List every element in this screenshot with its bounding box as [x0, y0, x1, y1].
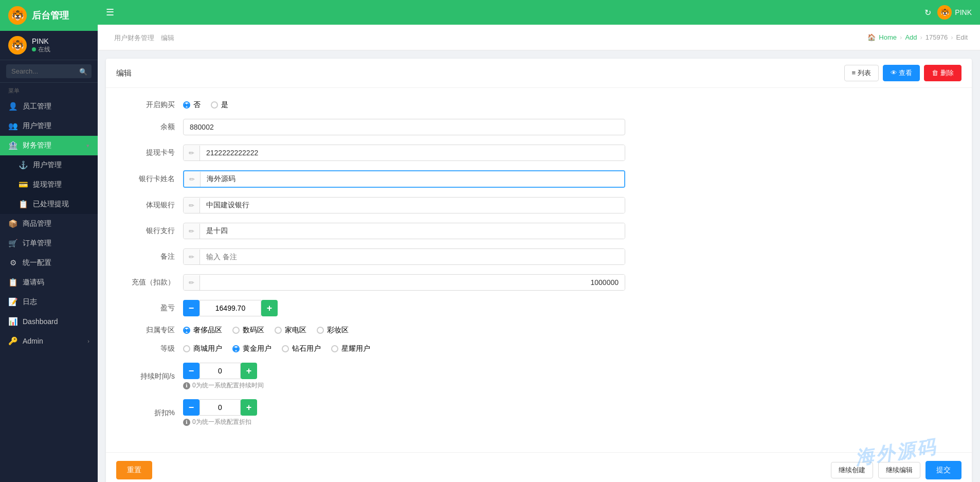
sidebar-label-log: 日志: [23, 297, 89, 307]
edit-icon-remark[interactable]: ✏: [184, 249, 200, 264]
control-balance: [183, 119, 625, 135]
sidebar-item-admin[interactable]: 🔑 Admin ›: [0, 331, 98, 351]
bank-name-input[interactable]: [201, 171, 624, 187]
sidebar-search-container: 🔍: [0, 60, 98, 83]
radio-label-luxury: 奢侈品区: [193, 326, 222, 335]
sidebar-item-goods[interactable]: 📦 商品管理: [0, 214, 98, 234]
chevron-right-icon: ›: [87, 338, 89, 344]
log-icon: 📝: [8, 297, 17, 307]
anchor-icon: ⚓: [19, 160, 28, 170]
finance-icon: 🏦: [8, 141, 17, 150]
sidebar-section-label: 菜单: [0, 83, 98, 97]
hamburger-button[interactable]: ☰: [106, 7, 114, 18]
duration-input[interactable]: [199, 363, 241, 379]
balance-input[interactable]: [183, 119, 625, 135]
edit-icon-bank-name[interactable]: ✏: [184, 172, 201, 187]
sidebar-item-finance-processed[interactable]: 📋 已处理提现: [0, 194, 98, 214]
duration-minus-button[interactable]: −: [183, 363, 199, 379]
radio-level-diamond[interactable]: 钻石用户: [282, 344, 321, 353]
main-content: ☰ ↻ 🐯 PINK 用户财务管理 编辑 🏠 Home › Add: [98, 0, 980, 482]
delete-button[interactable]: 🗑 删除: [924, 65, 961, 81]
label-balance: 余额: [116, 122, 183, 132]
label-branch: 银行支行: [116, 226, 183, 236]
list-button[interactable]: ≡ 列表: [844, 65, 879, 81]
sidebar-item-dashboard[interactable]: 📊 Dashboard: [0, 312, 98, 331]
radio-dot-appliance: [275, 327, 282, 334]
page-content: 用户财务管理 编辑 🏠 Home › Add › 175976 › Edit 编…: [98, 25, 980, 482]
radio-zone-digital[interactable]: 数码区: [232, 326, 264, 335]
breadcrumb-home-link[interactable]: Home: [879, 33, 897, 41]
discount-input[interactable]: [199, 399, 241, 416]
username-label: PINK: [32, 37, 50, 45]
sidebar: 🐯 后台管理 🐯 PINK 在线 🔍 菜单 👤 员工管理 👥 用户管理 🏦 财务…: [0, 0, 98, 482]
form-row-charge: 充值（扣款） ✏ 1000000: [116, 274, 961, 291]
profit-input[interactable]: [199, 300, 261, 316]
sidebar-item-invite[interactable]: 📋 邀请码: [0, 273, 98, 292]
radio-zone-appliance[interactable]: 家电区: [275, 326, 306, 335]
radio-level-mall[interactable]: 商城用户: [183, 344, 222, 353]
profit-plus-button[interactable]: +: [261, 300, 278, 316]
sidebar-item-order[interactable]: 🛒 订单管理: [0, 234, 98, 253]
edit-icon-charge[interactable]: ✏: [184, 275, 200, 290]
radio-label-appliance: 家电区: [285, 326, 306, 335]
breadcrumb-edit: Edit: [956, 33, 968, 41]
radio-purchase-no[interactable]: 否: [183, 100, 201, 110]
discount-stepper: − +: [183, 399, 625, 416]
bank-input[interactable]: [200, 198, 625, 213]
admin-icon: 🔑: [8, 336, 17, 346]
form-row-purchase: 开启购买 否 是: [116, 100, 961, 110]
refresh-icon[interactable]: ↻: [924, 8, 931, 17]
breadcrumb-home-icon: 🏠: [867, 33, 876, 41]
radio-zone-luxury[interactable]: 奢侈品区: [183, 326, 222, 335]
control-duration: − + ℹ 0为统一系统配置持续时间: [183, 363, 625, 390]
edit-icon-withdraw[interactable]: ✏: [184, 146, 200, 160]
sidebar-item-finance[interactable]: 🏦 财务管理 ▾: [0, 136, 98, 155]
discount-minus-button[interactable]: −: [183, 399, 199, 416]
radio-level-star[interactable]: 星耀用户: [331, 344, 370, 353]
control-bank: ✏: [183, 197, 625, 213]
label-discount: 折扣%: [116, 408, 183, 418]
edit-icon-branch[interactable]: ✏: [184, 224, 200, 239]
sidebar-label-admin: Admin: [23, 337, 82, 345]
radio-label-gold: 黄金用户: [243, 344, 271, 353]
hint-icon-discount: ℹ: [183, 419, 190, 426]
view-button[interactable]: 👁 查看: [883, 65, 920, 81]
sidebar-item-user[interactable]: 👥 用户管理: [0, 116, 98, 136]
sidebar-item-employee[interactable]: 👤 员工管理: [0, 97, 98, 116]
discount-plus-button[interactable]: +: [241, 399, 257, 416]
duration-plus-button[interactable]: +: [241, 363, 257, 379]
withdraw-card-input[interactable]: [200, 145, 625, 160]
page-header: 用户财务管理 编辑 🏠 Home › Add › 175976 › Edit: [98, 25, 980, 50]
submit-button[interactable]: 提交: [925, 461, 961, 479]
sidebar-item-finance-withdraw[interactable]: 💳 提现管理: [0, 175, 98, 194]
breadcrumb: 🏠 Home › Add › 175976 › Edit: [867, 33, 968, 41]
sidebar-label-finance-processed: 已处理提现: [33, 200, 89, 209]
label-withdraw-card: 提现卡号: [116, 148, 183, 157]
breadcrumb-add-link[interactable]: Add: [905, 33, 917, 41]
sidebar-item-log[interactable]: 📝 日志: [0, 292, 98, 312]
label-level: 等级: [116, 344, 183, 353]
radio-level-gold[interactable]: 黄金用户: [232, 344, 271, 353]
remark-input[interactable]: [200, 249, 625, 264]
card-body: 开启购买 否 是: [106, 88, 972, 448]
radio-label-star: 星耀用户: [341, 344, 370, 353]
control-withdraw-card: ✏: [183, 145, 625, 161]
action-buttons: ≡ 列表 👁 查看 🗑 删除: [844, 65, 961, 81]
radio-label-yes: 是: [221, 100, 228, 110]
sidebar-label-dashboard: Dashboard: [23, 317, 89, 326]
sidebar-item-config[interactable]: ⚙ 统一配置: [0, 253, 98, 273]
control-bank-name: ✏: [183, 170, 625, 188]
form-row-duration: 持续时间/s − + ℹ 0为统一系统配置持续时间: [116, 363, 961, 390]
edit-icon-bank[interactable]: ✏: [184, 198, 200, 213]
radio-zone-jewelry[interactable]: 彩妆区: [317, 326, 349, 335]
profit-minus-button[interactable]: −: [183, 300, 199, 316]
topbar-user[interactable]: 🐯 PINK: [937, 5, 972, 20]
radio-purchase-yes[interactable]: 是: [211, 100, 228, 110]
charge-input[interactable]: [200, 275, 625, 290]
hint-icon-duration: ℹ: [183, 382, 190, 389]
reset-button[interactable]: 重置: [116, 461, 152, 479]
card-title: 编辑: [116, 68, 132, 78]
form-row-profit: 盈亏 − +: [116, 300, 961, 316]
branch-input[interactable]: [200, 223, 625, 239]
sidebar-item-finance-user[interactable]: ⚓ 用户管理: [0, 155, 98, 175]
